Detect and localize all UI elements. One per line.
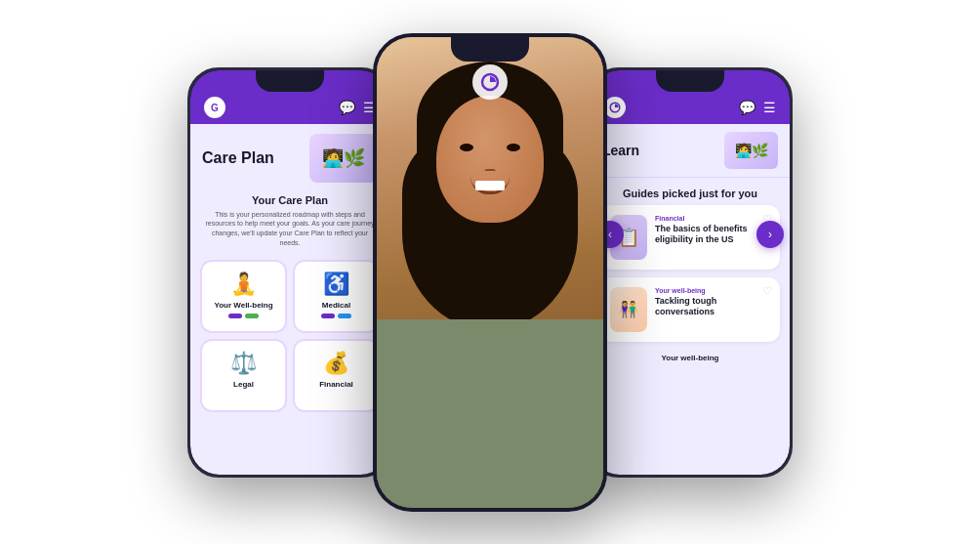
right-chat-icon[interactable]: 💬 — [739, 100, 755, 115]
left-chat-icon[interactable]: 💬 — [339, 100, 355, 115]
left-phone-screen: G 💬 ☰ Care Plan 🧑‍💻🌿 Your Care Plan This… — [190, 70, 389, 475]
guide-card-2-text: Your well-being Tackling tough conversat… — [655, 287, 770, 318]
legal-label: Legal — [233, 380, 254, 389]
face-shape — [436, 96, 544, 223]
your-wellbeing-bottom-label: Your well-being — [591, 350, 790, 366]
left-eye — [460, 144, 473, 151]
person-photo-bg — [377, 37, 603, 508]
shirt — [377, 319, 603, 508]
guide-category-2: Your well-being — [655, 287, 770, 294]
center-phone-notch — [451, 37, 529, 62]
legal-icon: ⚖️ — [230, 351, 257, 376]
left-logo: G — [204, 97, 225, 118]
care-card-wellbeing[interactable]: 🧘 Your Well-being — [200, 260, 287, 333]
wellbeing-dots — [228, 314, 259, 318]
wellbeing-icon: 🧘 — [230, 272, 257, 297]
right-phone-screen: 💬 ☰ Learn 🧑‍💻🌿 Guides picked just for yo… — [591, 70, 790, 475]
heart-icon-2[interactable]: ♡ — [762, 285, 772, 298]
your-care-plan-desc: This is your personalized roadmap with s… — [202, 210, 378, 248]
center-logo-svg — [480, 72, 500, 92]
right-menu-icon[interactable]: ☰ — [763, 100, 776, 115]
nose — [484, 161, 496, 171]
medical-icon: ♿ — [323, 272, 349, 297]
left-phone-notch — [256, 70, 324, 92]
medical-label: Medical — [322, 301, 350, 310]
care-plan-illustration: 🧑‍💻🌿 — [309, 134, 378, 183]
center-phone-screen — [377, 37, 603, 508]
guides-title: Guides picked just for you — [591, 178, 790, 205]
guide-card-wellbeing[interactable]: ♡ 👫 Your well-being Tackling tough conve… — [600, 277, 780, 342]
right-screen-content: Learn 🧑‍💻🌿 Guides picked just for you ♡ … — [591, 124, 790, 475]
your-care-plan-title: Your Care Plan — [202, 194, 378, 206]
financial-icon: 💰 — [323, 351, 349, 376]
guide-category-1: Financial — [655, 215, 770, 222]
guide-card-2-icon: 👫 — [610, 287, 647, 332]
scene: G 💬 ☰ Care Plan 🧑‍💻🌿 Your Care Plan This… — [0, 0, 980, 544]
right-arrow-button[interactable]: › — [756, 221, 784, 248]
right-logo — [604, 97, 626, 118]
left-header-icons: 💬 ☰ — [339, 100, 376, 115]
guide-name-1: The basics of benefits eligibility in th… — [655, 224, 770, 246]
guide-name-2: Tackling tough conversations — [655, 296, 770, 318]
right-phone-notch — [656, 70, 724, 92]
learn-title: Learn — [602, 143, 639, 158]
right-logo-svg — [609, 102, 621, 113]
guide-card-financial[interactable]: ♡ 📋 Financial The basics of benefits eli… — [600, 205, 780, 270]
dot4 — [338, 314, 351, 318]
dot2 — [245, 314, 259, 318]
center-screen-content — [377, 37, 603, 508]
care-plan-banner: Care Plan 🧑‍💻🌿 — [190, 124, 389, 188]
care-plan-title: Care Plan — [202, 149, 274, 167]
care-card-financial[interactable]: 💰 Financial — [293, 339, 380, 412]
phone-right: 💬 ☰ Learn 🧑‍💻🌿 Guides picked just for yo… — [588, 67, 793, 478]
center-logo — [472, 64, 508, 100]
dot3 — [321, 314, 335, 318]
learn-banner: Learn 🧑‍💻🌿 — [591, 124, 790, 178]
guide-card-1-text: Financial The basics of benefits eligibi… — [655, 215, 770, 246]
financial-label: Financial — [319, 380, 353, 389]
wellbeing-label: Your Well-being — [214, 301, 272, 310]
dot1 — [228, 314, 242, 318]
right-eye — [507, 144, 520, 151]
teeth — [475, 181, 505, 190]
learn-illustration: 🧑‍💻🌿 — [724, 132, 778, 169]
phone-center — [373, 33, 607, 512]
phone-left: G 💬 ☰ Care Plan 🧑‍💻🌿 Your Care Plan This… — [187, 67, 392, 478]
right-header-icons: 💬 ☰ — [739, 100, 776, 115]
your-care-plan-section: Your Care Plan This is your personalized… — [190, 188, 389, 254]
left-screen-content: Care Plan 🧑‍💻🌿 Your Care Plan This is yo… — [190, 124, 389, 475]
care-card-medical[interactable]: ♿ Medical — [293, 260, 380, 333]
care-grid: 🧘 Your Well-being ♿ Medical — [190, 254, 389, 418]
medical-dots — [321, 314, 351, 318]
care-card-legal[interactable]: ⚖️ Legal — [200, 339, 287, 412]
